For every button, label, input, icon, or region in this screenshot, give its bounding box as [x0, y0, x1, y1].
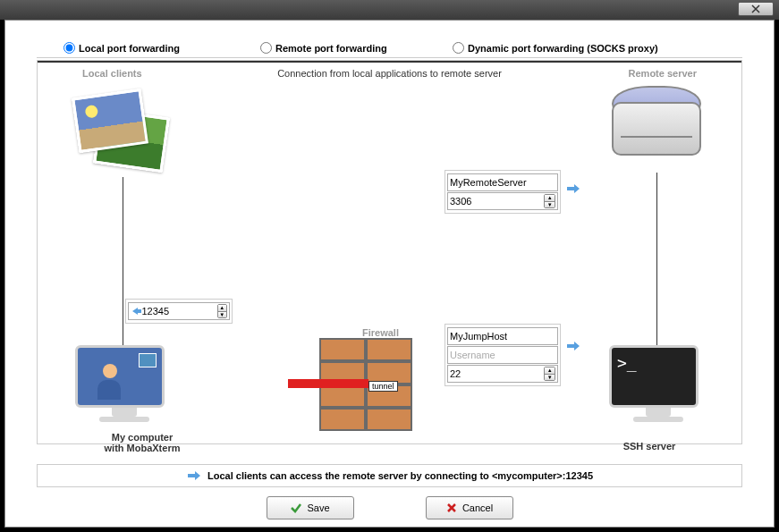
- local-port-input[interactable]: [141, 306, 216, 317]
- label-firewall: Firewall: [362, 327, 399, 338]
- arrow-left-icon: [131, 306, 141, 317]
- ssh-jump-group: ▲▼: [445, 324, 561, 386]
- check-icon: [290, 502, 302, 514]
- diagram: Connection from local applications to re…: [37, 60, 742, 444]
- line-tunnel: [38, 61, 741, 63]
- tunnel-red-segment: [288, 379, 368, 388]
- remote-host-input[interactable]: [450, 177, 555, 188]
- jump-host-input[interactable]: [450, 331, 555, 342]
- remote-server-icon: [605, 86, 707, 175]
- ssh-server-icon: >_: [609, 345, 707, 430]
- label-remote-server: Remote server: [629, 68, 697, 79]
- local-clients-icon: [70, 86, 177, 184]
- cancel-button[interactable]: Cancel: [426, 496, 513, 519]
- local-port-spinner[interactable]: ▲▼: [217, 304, 227, 318]
- radio-local-forwarding[interactable]: Local port forwarding: [64, 42, 260, 54]
- label-tunnel: tunnel: [368, 381, 398, 392]
- save-button[interactable]: Save: [267, 496, 354, 519]
- line-local-vertical: [123, 177, 123, 345]
- help-bar: Local clients can access the remote serv…: [37, 464, 742, 487]
- help-text: Local clients can access the remote serv…: [207, 470, 593, 481]
- cancel-label: Cancel: [462, 502, 493, 513]
- arrow-right-icon: [565, 182, 581, 195]
- arrow-right-icon: [565, 340, 581, 352]
- forwarding-type-radios: Local port forwarding Remote port forwar…: [37, 38, 742, 58]
- radio-remote-input[interactable]: [260, 42, 272, 54]
- radio-local-input[interactable]: [64, 42, 75, 54]
- cross-icon: [445, 502, 458, 514]
- radio-local-label: Local port forwarding: [79, 43, 180, 54]
- jump-port-spinner[interactable]: ▲▼: [544, 367, 555, 381]
- save-label: Save: [307, 502, 329, 513]
- close-icon: [751, 4, 760, 13]
- radio-remote-forwarding[interactable]: Remote port forwarding: [260, 42, 453, 54]
- radio-dynamic-forwarding[interactable]: Dynamic port forwarding (SOCKS proxy): [453, 42, 658, 54]
- radio-remote-label: Remote port forwarding: [275, 43, 387, 54]
- radio-dynamic-input[interactable]: [453, 42, 464, 54]
- my-computer-icon: [75, 345, 174, 430]
- diagram-subtitle: Connection from local applications to re…: [277, 68, 502, 79]
- remote-port-spinner[interactable]: ▲▼: [544, 194, 555, 208]
- dialog-window: Local port forwarding Remote port forwar…: [4, 20, 775, 528]
- jump-port-input[interactable]: [450, 368, 544, 379]
- label-my-computer: My computerwith MobaXterm: [93, 432, 191, 453]
- local-port-group: ▲▼: [125, 299, 233, 324]
- line-remote-vertical: [656, 173, 657, 347]
- close-button[interactable]: [738, 2, 774, 16]
- label-local-clients: Local clients: [82, 68, 142, 79]
- jump-user-input[interactable]: [450, 350, 555, 360]
- remote-server-group: ▲▼: [445, 170, 561, 214]
- arrow-right-icon: [186, 469, 202, 482]
- label-ssh-server: SSH server: [600, 441, 699, 452]
- radio-dynamic-label: Dynamic port forwarding (SOCKS proxy): [468, 43, 658, 54]
- remote-port-input[interactable]: [450, 196, 544, 207]
